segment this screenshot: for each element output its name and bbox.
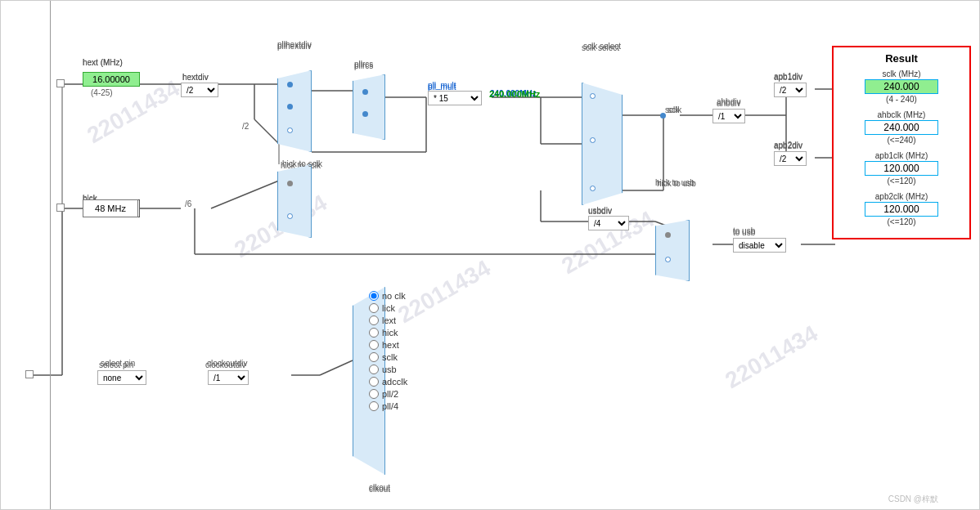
radio-hext-input[interactable]: [369, 340, 379, 350]
radio-sclk-input[interactable]: [369, 352, 379, 362]
radio-pll4[interactable]: pll/4: [369, 401, 407, 411]
div2-label: /2: [242, 122, 249, 131]
dot-pllhextdiv-2: [287, 104, 293, 110]
result-apb1clk-label: apb1clk (MHz): [840, 151, 963, 160]
select-pin-connector: [25, 370, 34, 378]
usbdiv-select[interactable]: /4/1/2: [588, 216, 629, 230]
radio-hext[interactable]: hext: [369, 340, 407, 350]
radio-section: no clk lick lext hick hext sclk usb adc: [369, 291, 407, 414]
result-ahbclk-label: ahbclk (MHz): [840, 110, 963, 119]
dot-pllhextdiv-1: [287, 82, 293, 87]
radio-lext-label: lext: [382, 315, 396, 325]
div6-label: /6: [185, 199, 191, 208]
apb1div-select[interactable]: /2/1/4: [774, 83, 807, 97]
radio-no-clk-label: no clk: [382, 291, 406, 301]
radio-lext[interactable]: lext: [369, 315, 407, 325]
result-apb1clk-value: 120.000: [865, 161, 938, 176]
dot-sclk-3: [590, 186, 596, 191]
result-title: Result: [840, 52, 963, 65]
radio-hick[interactable]: hick: [369, 328, 407, 338]
svg-line-9: [211, 181, 279, 208]
dot-sclk-1: [590, 93, 596, 99]
watermark-5: 22011434: [721, 320, 822, 394]
pll-mult-text: pll_mult: [428, 81, 456, 90]
dot-pllhextdiv-3: [287, 128, 293, 133]
radio-adcclk-label: adcclk: [382, 377, 407, 387]
hick-to-sclk-text: hick to sclk: [282, 159, 322, 168]
to-usb-select[interactable]: disableenable: [733, 238, 786, 253]
radio-pll4-label: pll/4: [382, 401, 398, 411]
select-pin-text: select pin: [101, 359, 135, 368]
hext-mhz-label: hext (MHz): [83, 58, 123, 67]
csdn-label: CSDN @梓默: [888, 494, 938, 505]
pll-freq-text: 240.000MHz: [489, 89, 540, 99]
pllrcs-text: pllrcs: [354, 60, 373, 69]
result-panel: Result sclk (MHz) 240.000 (4 - 240) ahbc…: [832, 46, 971, 239]
svg-line-37: [320, 360, 353, 375]
pllhextdiv-text: pllhextdiv: [277, 40, 312, 49]
dot-hick-usb: [665, 232, 671, 238]
radio-pll4-input[interactable]: [369, 401, 379, 411]
ahbdiv-select[interactable]: /1/2/4: [713, 109, 745, 123]
hick-connector: [56, 204, 65, 212]
result-sclk-value: 240.000: [865, 79, 938, 94]
radio-no-clk-input[interactable]: [369, 291, 379, 301]
hick-48mhz-box: 48 MHz: [83, 199, 138, 217]
apb2div-select[interactable]: /2/1/4: [774, 151, 807, 166]
select-pin-select[interactable]: nonePA8: [97, 370, 146, 385]
radio-sclk-label: sclk: [382, 352, 398, 362]
radio-lick[interactable]: lick: [369, 303, 407, 313]
radio-pll2[interactable]: pll/2: [369, 389, 407, 399]
dot-pllrcs-1: [362, 89, 368, 95]
hextdiv-select[interactable]: /2/4/6/8: [181, 83, 218, 97]
result-apb2clk-range: (<=120): [840, 217, 963, 226]
sclk-select-mux: [582, 83, 623, 205]
hextdiv-text: hextdiv: [182, 73, 209, 82]
dot-pllrcs-2: [362, 111, 368, 117]
dot-hick-sclk: [287, 181, 293, 186]
result-apb1clk: apb1clk (MHz) 120.000 (<=120): [840, 151, 963, 186]
hick-to-usb-text: hick to usb: [655, 178, 695, 187]
result-ahbclk-range: (<=240): [840, 136, 963, 145]
dot-sclk: [660, 113, 666, 119]
radio-adcclk-input[interactable]: [369, 377, 379, 387]
dot-sclk-2: [590, 137, 596, 143]
hext-value-input[interactable]: [83, 72, 140, 87]
radio-sclk[interactable]: sclk: [369, 352, 407, 362]
radio-lick-input[interactable]: [369, 303, 379, 313]
ahbdiv-text: ahbdiv: [717, 97, 740, 106]
apb1div-text: apb1div: [774, 72, 802, 81]
radio-hext-label: hext: [382, 340, 399, 350]
watermark-3: 22011434: [393, 255, 495, 329]
pll-mult-select[interactable]: * 15* 2* 8* 16: [428, 91, 482, 105]
hext-range: (4-25): [91, 88, 113, 97]
radio-hick-input[interactable]: [369, 328, 379, 338]
radio-lick-label: lick: [382, 303, 395, 313]
result-ahbclk-value: 240.000: [865, 120, 938, 135]
radio-lext-input[interactable]: [369, 315, 379, 325]
svg-line-11: [254, 119, 279, 144]
result-sclk-label: sclk (MHz): [840, 69, 963, 78]
radio-usb-input[interactable]: [369, 365, 379, 374]
clkout-text: clkout: [369, 483, 390, 492]
result-apb2clk: apb2clk (MHz) 120.000 (<=120): [840, 192, 963, 226]
result-apb2clk-value: 120.000: [865, 202, 938, 217]
clockoutdiv-text: clockoutdiv: [207, 359, 247, 368]
radio-pll2-input[interactable]: [369, 389, 379, 399]
left-border: [50, 1, 51, 509]
hick-to-sclk-mux: [277, 164, 312, 238]
sclk-text: sclk: [668, 105, 681, 114]
hick-to-usb-mux: [655, 220, 690, 281]
clockoutdiv-select[interactable]: /1/2/4: [208, 370, 249, 385]
result-apb2clk-label: apb2clk (MHz): [840, 192, 963, 201]
result-ahbclk: ahbclk (MHz) 240.000 (<=240): [840, 110, 963, 145]
radio-no-clk[interactable]: no clk: [369, 291, 407, 301]
to-usb-text: to usb: [733, 226, 755, 235]
radio-usb[interactable]: usb: [369, 365, 407, 374]
dot-hick-usb-2: [665, 257, 671, 262]
radio-adcclk[interactable]: adcclk: [369, 377, 407, 387]
radio-pll2-label: pll/2: [382, 389, 398, 399]
pllrcs-mux: [353, 74, 385, 140]
pllhextdiv-mux: [277, 70, 312, 152]
result-apb1clk-range: (<=120): [840, 177, 963, 186]
